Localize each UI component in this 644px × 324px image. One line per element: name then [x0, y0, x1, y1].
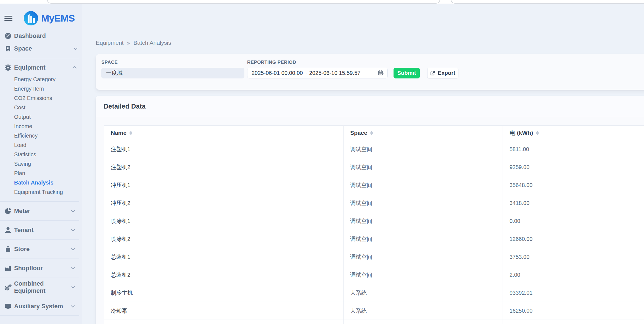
query-toolbar-card: SPACE REPORTING PERIOD 2025-06-01 00:00:… [96, 54, 644, 90]
sidebar-item-income[interactable]: Income [0, 122, 82, 131]
sidebar-item-label: Equipment [14, 64, 46, 71]
chevron-down-icon [71, 228, 75, 231]
app-shell: MyEMS Dashboard Space [0, 4, 644, 324]
chevron-down-icon [71, 285, 75, 289]
sidebar-item-cost[interactable]: Cost [0, 103, 82, 112]
table-header-row: Name Space 电 (kWh) [104, 125, 644, 140]
gears-icon [4, 284, 12, 291]
calendar-icon[interactable] [378, 70, 384, 76]
sidebar-item-label: Meter [14, 207, 30, 215]
chevron-down-icon [74, 46, 78, 50]
main-content: Equipment » Batch Analysis SPACE REPORTI… [82, 4, 644, 324]
app-logo[interactable]: MyEMS [23, 11, 75, 26]
column-header-electricity-kwh[interactable]: 电 (kWh) [503, 126, 644, 140]
sidebar-item-label: Tenant [14, 226, 33, 234]
table-row: 注塑机1 调试空间 5811.00 [104, 140, 644, 158]
sidebar-item-dashboard[interactable]: Dashboard [0, 30, 82, 42]
factory-icon [4, 265, 12, 272]
sort-icon [536, 131, 539, 135]
reporting-period-input[interactable]: 2025-06-01 00:00:00 ~ 2025-06-10 15:59:5… [247, 68, 388, 78]
chevron-down-icon [71, 304, 75, 307]
browser-chrome-strip [0, 0, 644, 4]
app-title: MyEMS [41, 13, 75, 24]
equipment-submenu: Energy Category Energy Item CO2 Emission… [0, 75, 82, 197]
myems-logo-icon [23, 11, 38, 26]
column-header-name[interactable]: Name [104, 126, 343, 140]
table-row: 制冷主机 大系统 93392.01 [104, 284, 644, 302]
sidebar-item-shopfloor[interactable]: Shopfloor [0, 262, 79, 275]
gauge-icon [4, 32, 12, 39]
space-field-group: SPACE [101, 60, 244, 78]
submit-button[interactable]: Submit [394, 68, 420, 78]
sidebar-item-plan[interactable]: Plan [0, 168, 82, 178]
sidebar-item-label: Dashboard [14, 32, 46, 39]
browser-toolbar-edge [451, 0, 644, 4]
sidebar-item-tenant[interactable]: Tenant [0, 224, 79, 236]
sidebar-item-space[interactable]: Space [0, 42, 82, 55]
breadcrumb-batch-analysis[interactable]: Batch Analysis [133, 39, 171, 46]
breadcrumb-equipment[interactable]: Equipment [96, 39, 123, 46]
chevron-down-icon [71, 266, 75, 270]
sidebar-item-store[interactable]: Store [0, 243, 79, 255]
export-button-label: Export [438, 70, 455, 76]
detailed-data-card: Detailed Data Name Space 电 (kWh) [96, 96, 644, 324]
sidebar-item-label: Shopfloor [14, 265, 43, 272]
sidebar-item-combined-equipment[interactable]: Combined Equipment [0, 281, 79, 294]
sidebar-item-saving[interactable]: Saving [0, 159, 82, 168]
table-row: 冲压机1 调试空间 35648.00 [104, 176, 644, 194]
reporting-period-label: REPORTING PERIOD [247, 60, 388, 65]
monitor-icon [4, 303, 12, 310]
user-icon [4, 226, 12, 234]
building-icon [4, 45, 12, 52]
export-button[interactable]: Export [427, 68, 458, 78]
table-row: 冲压机2 调试空间 3418.00 [104, 194, 644, 212]
sort-icon [130, 131, 132, 135]
sidebar-item-output[interactable]: Output [0, 112, 82, 122]
gear-icon [4, 64, 12, 71]
sidebar: MyEMS Dashboard Space [0, 4, 82, 324]
sidebar-item-meter[interactable]: Meter [0, 205, 79, 217]
sidebar-divider [4, 58, 79, 58]
chevron-up-icon [73, 66, 76, 70]
sidebar-nav: Dashboard Space [0, 30, 82, 316]
shopping-bag-icon [4, 246, 12, 253]
sidebar-item-label: Combined Equipment [14, 280, 71, 294]
sidebar-item-co2-emissions[interactable]: CO2 Emissions [0, 93, 82, 103]
table-row: 冷却泵 大系统 16250.00 [104, 302, 644, 320]
reporting-period-value: 2025-06-01 00:00:00 ~ 2025-06-10 15:59:5… [252, 70, 378, 76]
hamburger-menu-icon[interactable] [4, 14, 13, 22]
chevron-down-icon [71, 209, 75, 212]
table-row: 喷涂机1 调试空间 0.00 [104, 212, 644, 230]
table-row: 喷涂机2 调试空间 12660.00 [104, 230, 644, 248]
column-header-space[interactable]: Space [343, 126, 503, 140]
sidebar-item-equipment[interactable]: Equipment [0, 61, 82, 74]
sidebar-item-energy-category[interactable]: Energy Category [0, 75, 82, 84]
sidebar-item-batch-analysis[interactable]: Batch Analysis [0, 178, 82, 187]
breadcrumb-separator: » [127, 39, 130, 46]
detailed-data-table: Name Space 电 (kWh) 注塑机1 调试空间 5811 [104, 125, 644, 324]
sidebar-item-load[interactable]: Load [0, 140, 82, 150]
space-label: SPACE [101, 60, 244, 65]
table-row: 总装机1 调试空间 3753.00 [104, 248, 644, 266]
sidebar-item-equipment-tracking[interactable]: Equipment Tracking [0, 187, 82, 197]
sidebar-item-label: Space [14, 45, 32, 52]
detailed-data-card-header: Detailed Data [96, 96, 644, 117]
table-row: 总装机2 调试空间 2.00 [104, 266, 644, 284]
sidebar-item-efficiency[interactable]: Efficiency [0, 131, 82, 140]
sidebar-item-label: Auxiliary System [14, 303, 63, 310]
table-row: 注塑机2 调试空间 9259.00 [104, 158, 644, 176]
external-link-icon [430, 71, 435, 76]
detailed-data-title: Detailed Data [104, 102, 146, 110]
sidebar-item-energy-item[interactable]: Energy Item [0, 84, 82, 93]
sidebar-item-label: Store [14, 246, 30, 253]
sidebar-item-statistics[interactable]: Statistics [0, 150, 82, 159]
breadcrumb: Equipment » Batch Analysis [96, 39, 644, 46]
sidebar-item-auxiliary-system[interactable]: Auxiliary System [0, 300, 79, 313]
pie-chart-icon [4, 207, 12, 215]
brand-row: MyEMS [4, 10, 82, 26]
table-row-partial [104, 320, 644, 324]
chevron-down-icon [71, 247, 75, 251]
sort-icon [370, 131, 373, 135]
browser-address-bar-edge [47, 0, 440, 4]
space-input[interactable] [101, 68, 244, 78]
